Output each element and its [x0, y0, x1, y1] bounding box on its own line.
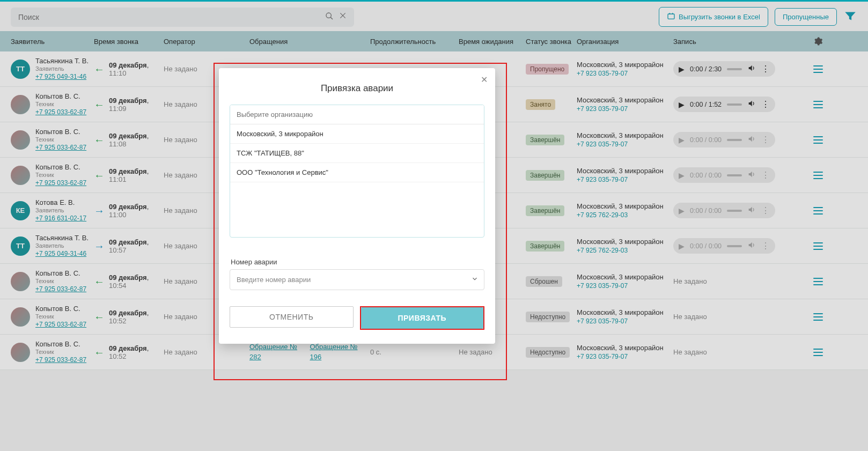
row-menu-icon[interactable] — [807, 65, 829, 73]
play-icon[interactable]: ▶ — [679, 242, 685, 250]
bind-button[interactable]: ПРИВЯЗАТЬ — [361, 307, 484, 329]
avatar[interactable] — [11, 343, 30, 362]
record-not-set: Не задано — [673, 348, 707, 356]
audio-player[interactable]: ▶ 0:00 / 1:52 ⋮ — [673, 97, 775, 112]
volume-icon[interactable] — [747, 135, 756, 145]
modal-close-button[interactable]: ✕ — [481, 75, 488, 85]
avatar[interactable]: ТТ — [11, 60, 30, 79]
col-record[interactable]: Запись — [673, 38, 807, 46]
org-option[interactable]: ООО "Технология и Сервис" — [230, 163, 484, 182]
progress-bar[interactable] — [727, 139, 742, 141]
play-icon[interactable]: ▶ — [679, 65, 685, 73]
excel-icon — [667, 12, 675, 22]
org-phone[interactable]: +7 923 035-79-07 — [577, 69, 664, 78]
org-phone[interactable]: +7 923 035-79-07 — [577, 175, 664, 184]
applicant-phone[interactable]: +7 916 631-02-17 — [35, 215, 86, 223]
row-menu-icon[interactable] — [807, 136, 829, 144]
col-org[interactable]: Организация — [577, 38, 673, 46]
play-icon[interactable]: ▶ — [679, 171, 685, 180]
search-field[interactable] — [11, 8, 354, 27]
col-wait[interactable]: Время ожидания — [459, 38, 526, 46]
audio-player[interactable]: ▶ 0:00 / 0:00 ⋮ — [673, 167, 775, 183]
col-operator[interactable]: Оператор — [164, 38, 249, 46]
applicant-phone[interactable]: +7 925 033-62-87 — [35, 321, 86, 329]
missed-calls-button[interactable]: Пропущенные — [775, 8, 837, 26]
col-appeals[interactable]: Обращения — [249, 38, 370, 46]
org-option[interactable]: Московский, 3 микрорайон — [230, 124, 484, 144]
more-icon[interactable]: ⋮ — [761, 170, 770, 180]
player-time: 0:00 / 0:00 — [690, 136, 722, 144]
appeal-link[interactable]: Обращение № 282 — [249, 342, 310, 361]
volume-icon[interactable] — [747, 64, 756, 74]
table-settings-icon[interactable] — [807, 36, 829, 46]
avatar[interactable] — [11, 166, 30, 185]
org-phone[interactable]: +7 923 035-79-07 — [577, 140, 664, 149]
applicant-phone[interactable]: +7 925 049-31-46 — [35, 250, 89, 258]
more-icon[interactable]: ⋮ — [761, 99, 770, 109]
accident-number-select[interactable]: Введите номер аварии — [230, 269, 484, 290]
audio-player[interactable]: ▶ 0:00 / 0:00 ⋮ — [673, 238, 775, 254]
progress-bar[interactable] — [727, 174, 742, 176]
audio-player[interactable]: ▶ 0:00 / 2:30 ⋮ — [673, 61, 775, 77]
progress-bar[interactable] — [727, 103, 742, 106]
organization-dropdown[interactable]: Московский, 3 микрорайон ТСЖ "ТАТИЩЕВ, 8… — [230, 105, 484, 238]
volume-icon[interactable] — [747, 170, 756, 180]
operator-cell: Не задано — [164, 348, 197, 356]
clear-search-icon[interactable] — [339, 12, 347, 22]
org-phone[interactable]: +7 923 035-79-07 — [577, 352, 664, 361]
progress-bar[interactable] — [727, 68, 742, 70]
search-input[interactable] — [18, 13, 325, 21]
applicant-phone[interactable]: +7 925 033-62-87 — [35, 179, 86, 187]
applicant-phone[interactable]: +7 925 033-62-87 — [35, 285, 86, 293]
row-menu-icon[interactable] — [807, 242, 829, 250]
col-status[interactable]: Статус звонка — [526, 38, 577, 46]
organization-input[interactable] — [230, 105, 484, 124]
avatar[interactable] — [11, 272, 30, 291]
avatar[interactable]: КЕ — [11, 201, 30, 220]
more-icon[interactable]: ⋮ — [761, 135, 770, 145]
applicant-phone[interactable]: +7 925 033-62-87 — [35, 108, 86, 116]
org-phone[interactable]: +7 923 035-79-07 — [577, 282, 664, 290]
applicant-phone[interactable]: +7 925 033-62-87 — [35, 144, 86, 152]
org-phone[interactable]: +7 925 762-29-03 — [577, 211, 664, 219]
avatar[interactable] — [11, 130, 30, 150]
export-excel-button[interactable]: Выгрузить звонки в Excel — [659, 7, 768, 27]
org-phone[interactable]: +7 923 035-79-07 — [577, 317, 664, 326]
more-icon[interactable]: ⋮ — [761, 241, 770, 251]
col-time[interactable]: Время звонка — [94, 38, 164, 46]
avatar[interactable]: ТТ — [11, 236, 30, 256]
row-menu-icon[interactable] — [807, 349, 829, 356]
incoming-arrow-icon: ← — [94, 135, 105, 145]
play-icon[interactable]: ▶ — [679, 100, 685, 109]
volume-icon[interactable] — [747, 99, 756, 109]
row-menu-icon[interactable] — [807, 278, 829, 285]
volume-icon[interactable] — [747, 241, 756, 251]
row-menu-icon[interactable] — [807, 313, 829, 321]
search-icon[interactable] — [325, 12, 334, 22]
cancel-button[interactable]: ОТМЕНИТЬ — [230, 306, 354, 328]
applicant-phone[interactable]: +7 925 049-31-46 — [35, 73, 89, 81]
row-menu-icon[interactable] — [807, 101, 829, 108]
incoming-arrow-icon: ← — [94, 170, 105, 181]
avatar[interactable] — [11, 307, 30, 327]
progress-bar[interactable] — [727, 245, 742, 247]
audio-player[interactable]: ▶ 0:00 / 0:00 ⋮ — [673, 203, 775, 218]
volume-icon[interactable] — [747, 205, 756, 216]
more-icon[interactable]: ⋮ — [761, 205, 770, 216]
applicant-phone[interactable]: +7 925 033-62-87 — [35, 356, 86, 364]
more-icon[interactable]: ⋮ — [761, 64, 770, 74]
org-phone[interactable]: +7 925 762-29-03 — [577, 246, 664, 255]
row-menu-icon[interactable] — [807, 207, 829, 215]
appeal-link[interactable]: Обращение № 196 — [310, 342, 371, 361]
org-option[interactable]: ТСЖ "ТАТИЩЕВ, 88" — [230, 144, 484, 163]
row-menu-icon[interactable] — [807, 172, 829, 179]
play-icon[interactable]: ▶ — [679, 206, 685, 215]
progress-bar[interactable] — [727, 210, 742, 212]
audio-player[interactable]: ▶ 0:00 / 0:00 ⋮ — [673, 132, 775, 147]
org-phone[interactable]: +7 923 035-79-07 — [577, 105, 664, 113]
avatar[interactable] — [11, 95, 30, 114]
col-duration[interactable]: Продолжительность — [370, 38, 459, 46]
col-applicant[interactable]: Заявитель — [11, 38, 94, 46]
play-icon[interactable]: ▶ — [679, 136, 685, 144]
filter-icon[interactable] — [843, 9, 857, 25]
